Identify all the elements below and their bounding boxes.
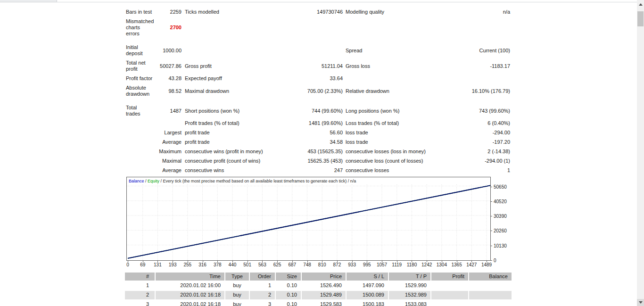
- scroll-up-button[interactable]: [637, 1, 644, 8]
- report-statistics: Bars in test2259Ticks modelled149730746M…: [126, 9, 510, 177]
- stat-value: 1: [465, 167, 510, 174]
- stat-label: Absolute drawdown: [126, 85, 156, 97]
- trade-row[interactable]: 32020.01.02 16:18buy30.101529.5831500.18…: [125, 300, 512, 306]
- trade-cell: 0.10: [276, 300, 302, 306]
- x-axis-tick-mark: [352, 261, 353, 262]
- trade-row[interactable]: 22020.01.02 16:18buy20.101529.4891500.08…: [125, 291, 512, 299]
- y-axis-tick-mark: [491, 201, 492, 202]
- x-axis-tick-label: 440: [229, 262, 237, 267]
- y-axis-tick-label: 20260: [494, 228, 507, 233]
- x-axis-tick-label: 1365: [451, 262, 462, 267]
- trade-cell: 1529.583: [302, 300, 347, 306]
- stat-value: 1000.00: [156, 48, 182, 54]
- x-axis-tick-mark: [382, 261, 382, 262]
- stat-label: Gross profit: [182, 63, 299, 69]
- stat-row: Largestprofit trade56.60loss trade-294.0…: [126, 130, 510, 136]
- stat-value: 33.64: [299, 75, 343, 82]
- stat-value: 16.10% (176.79): [465, 88, 510, 94]
- stat-value: 247: [299, 167, 343, 174]
- stat-label: Ticks modelled: [182, 9, 299, 15]
- x-axis-tick-label: 1057: [377, 262, 387, 267]
- stat-value: 43.28: [156, 75, 182, 82]
- stat-row: Absolute drawdown98.52Maximal drawdown70…: [126, 85, 510, 97]
- stat-value: 743 (99.60%): [465, 108, 510, 114]
- column-header-type: Type: [225, 273, 250, 281]
- x-axis-tick-label: 255: [183, 262, 191, 267]
- stat-value: Maximal: [156, 158, 182, 164]
- trade-cell: [431, 281, 469, 290]
- stat-row: Profit trades (% of total)1481 (99.60%)L…: [126, 120, 510, 126]
- stat-row: Maximalconsecutive profit (count of wins…: [126, 158, 510, 164]
- stat-value: 2700: [156, 25, 182, 31]
- stat-value: Maximum: [156, 149, 182, 155]
- trade-cell: [469, 291, 512, 299]
- trade-cell: 2020.01.02 16:18: [156, 291, 225, 299]
- stat-value: -294.00 (1): [465, 158, 510, 164]
- column-header-time: Time: [156, 273, 225, 281]
- legend-separator: /: [159, 179, 163, 183]
- stat-label: consecutive loss (count of losses): [343, 158, 465, 164]
- stat-label: loss trade: [343, 130, 465, 136]
- stat-value: Average: [156, 139, 182, 145]
- x-axis-tick-mark: [232, 261, 233, 262]
- trade-cell: 2: [250, 291, 276, 299]
- stat-label: Profit factor: [126, 75, 156, 82]
- trades-table: #TimeTypeOrderSizePriceS / LT / PProfitB…: [125, 273, 512, 306]
- x-axis-tick-mark: [188, 261, 188, 262]
- legend-separator: /: [144, 179, 148, 183]
- stat-row: Averageprofit trade34.58loss trade-197.2…: [126, 139, 510, 145]
- legend-equity-label: Equity: [148, 179, 159, 183]
- x-axis-tick-mark: [307, 261, 308, 262]
- scroll-down-button[interactable]: [637, 299, 644, 306]
- y-axis-tick-label: 50650: [494, 184, 507, 190]
- balance-line-chart: [127, 184, 490, 260]
- x-axis-tick-mark: [427, 261, 427, 262]
- x-axis-tick-mark: [397, 261, 397, 262]
- trade-cell: 1: [125, 281, 156, 290]
- x-axis-tick-label: 316: [198, 262, 206, 267]
- x-axis-tick-mark: [442, 261, 442, 262]
- x-axis-tick-mark: [173, 261, 173, 262]
- stat-row: Maximumconsecutive wins (profit in money…: [126, 149, 510, 155]
- column-header-balance: Balance: [469, 273, 512, 281]
- x-axis-tick-label: 625: [273, 262, 281, 267]
- y-axis-tick-mark: [491, 260, 492, 261]
- column-header-profit: Profit: [431, 273, 469, 281]
- stat-row: Averageconsecutive wins247consecutive lo…: [126, 167, 510, 174]
- x-axis-tick-label: 193: [169, 262, 177, 267]
- stat-label: Gross loss: [343, 63, 465, 69]
- stat-label: profit trade: [182, 130, 299, 136]
- x-axis-tick-label: 131: [154, 262, 162, 267]
- stat-label: Total net profit: [126, 60, 156, 72]
- stat-label: Expected payoff: [182, 75, 299, 82]
- scrollbar-thumb[interactable]: [637, 11, 644, 26]
- stat-label: consecutive losses: [343, 167, 465, 174]
- trade-cell: 1500.183: [347, 300, 389, 306]
- x-axis-tick-mark: [487, 261, 487, 262]
- trade-row[interactable]: 12020.01.02 16:00buy10.101526.4901497.09…: [125, 281, 512, 290]
- x-axis-tick-mark: [128, 261, 128, 262]
- x-axis-tick-label: 872: [333, 262, 341, 267]
- stat-label: Long positions (won %): [343, 108, 465, 114]
- x-axis-tick-label: 810: [318, 262, 326, 267]
- stat-label: Spread: [343, 48, 465, 54]
- x-axis-tick-label: 1180: [407, 262, 417, 267]
- trade-cell: 1497.090: [347, 281, 389, 290]
- stat-value: 705.00 (2.33%): [299, 88, 343, 94]
- stat-value: Current (100): [465, 48, 510, 54]
- trade-cell: buy: [225, 281, 250, 290]
- legend-method-label: Every tick (the most precise method base…: [163, 179, 347, 183]
- trade-cell: 3: [125, 300, 156, 306]
- stat-label: Initial deposit: [126, 44, 156, 57]
- stat-row: Total net profit50027.86Gross profit5121…: [126, 60, 510, 72]
- stat-label: Modelling quality: [343, 9, 465, 15]
- x-axis-tick-mark: [262, 261, 263, 262]
- stat-value: -1183.17: [465, 63, 510, 69]
- y-axis-tick-mark: [491, 216, 492, 216]
- x-axis-tick-mark: [248, 261, 248, 262]
- stat-value: 2259: [156, 9, 182, 15]
- stat-value: 1481 (99.60%): [299, 120, 343, 126]
- vertical-scrollbar[interactable]: [637, 0, 644, 306]
- stat-value: n/a: [465, 9, 510, 15]
- y-axis-tick-label: 40520: [494, 199, 507, 204]
